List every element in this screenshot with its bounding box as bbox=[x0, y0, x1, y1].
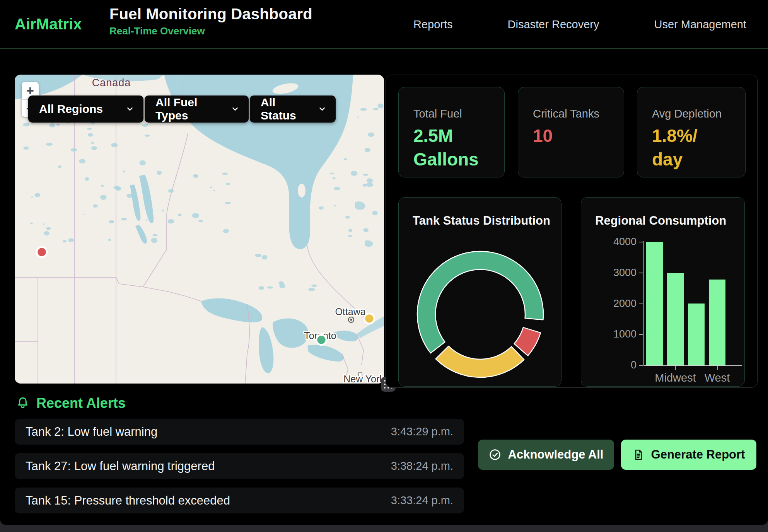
y-axis-tick-label: 0 bbox=[590, 359, 637, 371]
page-subtitle: Real-Time Overview bbox=[109, 25, 312, 37]
alert-row[interactable]: Tank 2: Low fuel warning 3:43:29 p.m. bbox=[15, 419, 464, 445]
region-filter-value: All Regions bbox=[39, 102, 103, 116]
tank-status-donut-chart bbox=[399, 198, 562, 387]
y-axis-tick bbox=[639, 334, 643, 335]
tank-status-card: Tank Status Distribution bbox=[398, 197, 561, 387]
map-label-new-york: New York bbox=[343, 373, 384, 384]
generate-report-label: Generate Report bbox=[651, 448, 745, 462]
acknowledge-all-button[interactable]: Acknowledge All bbox=[478, 440, 614, 470]
generate-report-button[interactable]: Generate Report bbox=[621, 440, 756, 470]
alerts-header: Recent Alerts bbox=[16, 395, 126, 411]
document-icon bbox=[633, 448, 644, 461]
chevron-down-icon bbox=[231, 105, 239, 113]
donut-segment-red-critical bbox=[514, 327, 541, 356]
bell-icon bbox=[16, 396, 29, 410]
stat-label: Critical Tanks bbox=[533, 107, 624, 120]
consumption-bar bbox=[688, 304, 705, 365]
map-filters: All Regions All Fuel Types All Status bbox=[28, 95, 336, 123]
alert-time: 3:43:29 p.m. bbox=[391, 425, 453, 438]
nav-reports[interactable]: Reports bbox=[413, 18, 453, 31]
alert-row[interactable]: Tank 15: Pressure threshold exceeded 3:3… bbox=[15, 488, 464, 513]
alert-row[interactable]: Tank 27: Low fuel warning triggered 3:38… bbox=[15, 453, 464, 479]
bottom-strip bbox=[0, 525, 768, 532]
consumption-bar bbox=[667, 273, 684, 365]
app-container: AirMatrix Fuel Monitoring Dashboard Real… bbox=[0, 0, 768, 525]
dashboard: AirMatrix Fuel Monitoring Dashboard Real… bbox=[0, 0, 768, 532]
x-axis-tick bbox=[675, 366, 676, 370]
title-block: Fuel Monitoring Dashboard Real-Time Over… bbox=[109, 5, 312, 37]
stat-card-avg-depletion: Avg Depletion 1.8%/day bbox=[637, 87, 746, 177]
map-label-canada: Canada bbox=[92, 77, 131, 89]
status-filter-value: All Status bbox=[261, 96, 308, 122]
app-logo: AirMatrix bbox=[15, 15, 82, 33]
regional-consumption-card: Regional Consumption 01000200030004000Mi… bbox=[581, 197, 745, 387]
check-circle-icon bbox=[489, 448, 501, 461]
stat-card-critical-tanks: Critical Tanks 10 bbox=[518, 87, 624, 177]
page-title: Fuel Monitoring Dashboard bbox=[109, 5, 312, 23]
y-axis-tick-label: 2000 bbox=[590, 298, 637, 310]
consumption-bar bbox=[709, 280, 725, 365]
y-axis-tick bbox=[639, 365, 643, 366]
y-axis-tick bbox=[639, 304, 643, 304]
consumption-bar bbox=[646, 242, 663, 365]
stat-value: 10 bbox=[533, 124, 624, 148]
tank-marker-critical[interactable] bbox=[37, 247, 47, 257]
chevron-down-icon bbox=[318, 105, 326, 113]
alert-time: 3:33:24 p.m. bbox=[391, 494, 453, 507]
stat-label: Total Fuel bbox=[413, 107, 504, 120]
map-panel[interactable]: Canada Ottawa Toronto New York + − All R… bbox=[15, 75, 384, 384]
x-axis-label: West bbox=[686, 372, 748, 384]
fuel-type-filter-dropdown[interactable]: All Fuel Types bbox=[145, 95, 249, 123]
tank-marker-warning[interactable] bbox=[364, 314, 374, 324]
nav-disaster-recovery[interactable]: Disaster Recovery bbox=[508, 18, 599, 31]
alert-message: Tank 27: Low fuel warning triggered bbox=[26, 459, 215, 473]
y-axis-tick bbox=[639, 242, 643, 242]
y-axis-tick-label: 3000 bbox=[590, 267, 637, 279]
acknowledge-all-label: Acknowledge All bbox=[508, 448, 604, 462]
stat-label: Avg Depletion bbox=[652, 107, 745, 120]
header: AirMatrix Fuel Monitoring Dashboard Real… bbox=[0, 0, 768, 49]
alert-message: Tank 2: Low fuel warning bbox=[26, 425, 157, 439]
stat-value: 2.5MGallons bbox=[413, 124, 504, 171]
tank-marker-normal[interactable] bbox=[316, 335, 326, 345]
chevron-down-icon bbox=[126, 105, 134, 113]
alerts-title: Recent Alerts bbox=[36, 395, 126, 411]
stat-value: 1.8%/day bbox=[652, 124, 745, 171]
alert-message: Tank 15: Pressure threshold exceeded bbox=[26, 494, 230, 508]
y-axis-tick-label: 1000 bbox=[590, 328, 637, 340]
x-axis-tick bbox=[717, 366, 718, 370]
y-axis-line bbox=[643, 241, 644, 366]
y-axis-tick bbox=[639, 273, 643, 273]
status-filter-dropdown[interactable]: All Status bbox=[250, 95, 336, 123]
x-axis-line bbox=[643, 365, 742, 366]
map-label-ottawa: Ottawa bbox=[335, 306, 365, 317]
stat-card-total-fuel: Total Fuel 2.5MGallons bbox=[398, 87, 505, 177]
y-axis-tick-label: 4000 bbox=[590, 236, 637, 248]
region-filter-dropdown[interactable]: All Regions bbox=[28, 95, 143, 123]
main-nav: Reports Disaster Recovery User Managemen… bbox=[413, 0, 746, 49]
alert-time: 3:38:24 p.m. bbox=[391, 460, 453, 472]
donut-segment-yellow-warning bbox=[436, 346, 524, 377]
nav-user-management[interactable]: User Management bbox=[654, 18, 746, 31]
regional-consumption-bar-chart: 01000200030004000MidwestWest bbox=[581, 198, 745, 387]
fuel-type-filter-value: All Fuel Types bbox=[155, 96, 221, 122]
